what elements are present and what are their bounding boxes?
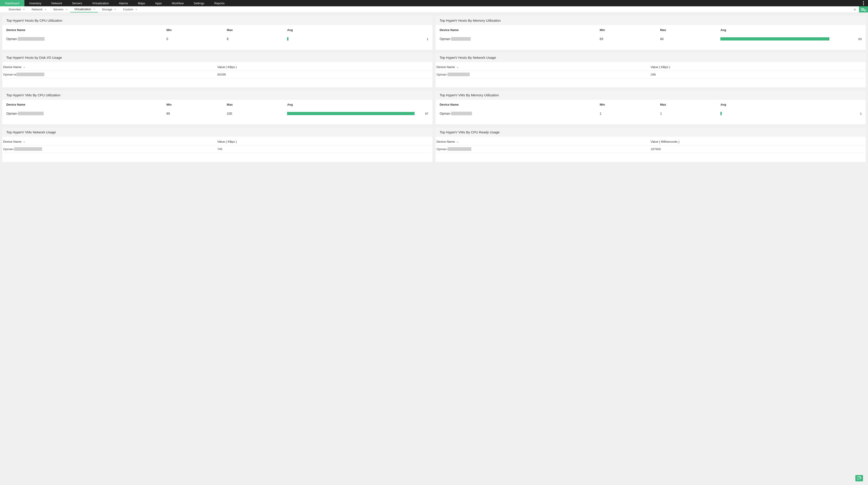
cell-min: 0 <box>166 37 224 41</box>
subnav-overview[interactable]: Overview <box>4 6 28 12</box>
subnav-virtualization[interactable]: Virtualization <box>70 6 98 12</box>
col-min[interactable]: Min <box>166 28 224 32</box>
table-header: Device Name Value ( KBps ) <box>3 64 432 71</box>
nav-servers[interactable]: Servers <box>67 0 87 6</box>
col-max[interactable]: Max <box>227 28 285 32</box>
col-device-name[interactable]: Device Name <box>6 28 164 32</box>
device-name-prefix: Opman-w <box>3 73 17 76</box>
redacted-text <box>451 37 471 41</box>
device-name-cell[interactable]: Opman-w <box>3 72 217 76</box>
subnav-servers-label: Servers <box>53 8 64 11</box>
kebab-menu-icon[interactable] <box>861 0 866 6</box>
col-avg[interactable]: Avg <box>720 103 862 106</box>
col-avg[interactable]: Avg <box>287 103 428 106</box>
col-device-name[interactable]: Device Name <box>6 103 164 106</box>
table-header: Device Name Value ( KBps ) <box>436 64 865 71</box>
col-device-name[interactable]: Device Name <box>440 103 597 106</box>
panel-title: Top HyperV Hosts By CPU Utilization <box>2 16 432 25</box>
svg-rect-1 <box>861 9 864 10</box>
nav-workflow[interactable]: Workflow <box>167 0 189 6</box>
svg-rect-5 <box>865 10 866 11</box>
add-widget-button[interactable] <box>859 6 868 12</box>
device-name-prefix: Opman- <box>440 37 451 41</box>
chat-fab[interactable] <box>855 475 863 481</box>
device-name-prefix: Opman- <box>6 112 18 115</box>
device-name-prefix: Opman- <box>436 73 447 76</box>
col-max[interactable]: Max <box>227 103 285 106</box>
svg-rect-2 <box>861 10 864 11</box>
nav-virtualization[interactable]: Virtualization <box>87 0 114 6</box>
table-row: Opman- 0 6 1 <box>6 36 428 42</box>
col-min[interactable]: Min <box>600 28 658 32</box>
col-device-name[interactable]: Device Name <box>440 28 597 32</box>
col-device-name[interactable]: Device Name <box>436 65 651 69</box>
device-name-cell[interactable]: Opman- <box>436 72 651 76</box>
redacted-text <box>18 37 44 41</box>
col-device-name[interactable]: Device Name <box>3 140 217 143</box>
col-device-name-label: Device Name <box>436 140 455 143</box>
chevron-down-icon <box>135 9 137 10</box>
sort-asc-icon <box>457 141 458 143</box>
svg-rect-0 <box>861 8 864 9</box>
col-min[interactable]: Min <box>166 103 224 106</box>
sort-asc-icon <box>23 67 25 68</box>
panel-vms-cpu: Top HyperV VMs By CPU Utilization Device… <box>2 90 432 124</box>
redacted-text <box>14 147 42 151</box>
col-avg[interactable]: Avg <box>720 28 862 32</box>
cell-avg: 97 <box>287 112 428 115</box>
nav-settings[interactable]: Settings <box>189 0 209 6</box>
col-max[interactable]: Max <box>660 103 718 106</box>
nav-alarms[interactable]: Alarms <box>114 0 133 6</box>
col-avg[interactable]: Avg <box>287 28 428 32</box>
redacted-text <box>451 112 472 115</box>
subnav-servers[interactable]: Servers <box>49 6 70 12</box>
device-name-cell[interactable]: Opman- <box>440 37 597 41</box>
device-name-cell[interactable]: Opman- <box>436 147 651 151</box>
cell-max: 1 <box>660 112 718 115</box>
subnav-storage[interactable]: Storage <box>98 6 119 12</box>
col-device-name[interactable]: Device Name <box>436 140 651 143</box>
dashboard-content: Top HyperV Hosts By CPU Utilization Devi… <box>0 13 868 169</box>
subnav-network[interactable]: Network <box>28 6 49 12</box>
col-device-name[interactable]: Device Name <box>3 65 217 69</box>
device-name-cell[interactable]: Opman- <box>440 112 597 115</box>
sort-asc-icon <box>457 67 458 68</box>
subnav-network-label: Network <box>32 8 42 11</box>
panel-title: Top HyperV VMs Network Usage <box>2 127 432 137</box>
redacted-text <box>447 72 470 76</box>
chevron-down-icon <box>45 9 46 10</box>
favorite-star-icon[interactable]: ★ <box>851 6 859 12</box>
chevron-down-icon <box>93 9 95 10</box>
col-max[interactable]: Max <box>660 28 718 32</box>
nav-apps[interactable]: Apps <box>150 0 167 6</box>
cell-avg: 1 <box>720 112 862 115</box>
cell-max: 100 <box>227 112 285 115</box>
cell-avg: 83 <box>720 37 862 41</box>
avg-bar-track <box>287 37 418 40</box>
col-device-name-label: Device Name <box>3 140 22 143</box>
nav-network[interactable]: Network <box>46 0 67 6</box>
device-name-cell[interactable]: Opman- <box>6 37 164 41</box>
table-header: Device Name Value ( Milliseconds ) <box>436 138 865 145</box>
nav-reports[interactable]: Reports <box>209 0 230 6</box>
cell-max: 84 <box>660 37 718 41</box>
col-value[interactable]: Value ( KBps ) <box>217 65 432 69</box>
table-header: Device Name Min Max Avg <box>6 28 428 36</box>
panel-vms-cpuready: Top HyperV VMs By CPU Ready Usage Device… <box>436 127 866 162</box>
col-value[interactable]: Value ( KBps ) <box>651 65 865 69</box>
device-name-cell[interactable]: Opman- <box>3 147 217 151</box>
device-name-cell[interactable]: Opman- <box>6 112 164 115</box>
nav-maps[interactable]: Maps <box>133 0 150 6</box>
table-header: Device Name Min Max Avg <box>440 28 862 36</box>
device-name-prefix: Opman- <box>3 147 14 151</box>
table-header: Device Name Min Max Avg <box>6 103 428 110</box>
nav-inventory[interactable]: Inventory <box>24 0 46 6</box>
col-value[interactable]: Value ( KBps ) <box>217 140 432 143</box>
redacted-text <box>17 72 44 76</box>
table-header: Device Name Value ( KBps ) <box>3 138 432 145</box>
col-min[interactable]: Min <box>600 103 658 106</box>
subnav-custom[interactable]: Custom <box>119 6 140 12</box>
col-value[interactable]: Value ( Milliseconds ) <box>651 140 865 143</box>
device-name-prefix: Opman- <box>6 37 18 41</box>
nav-dashboard[interactable]: Dashboard <box>0 0 24 6</box>
